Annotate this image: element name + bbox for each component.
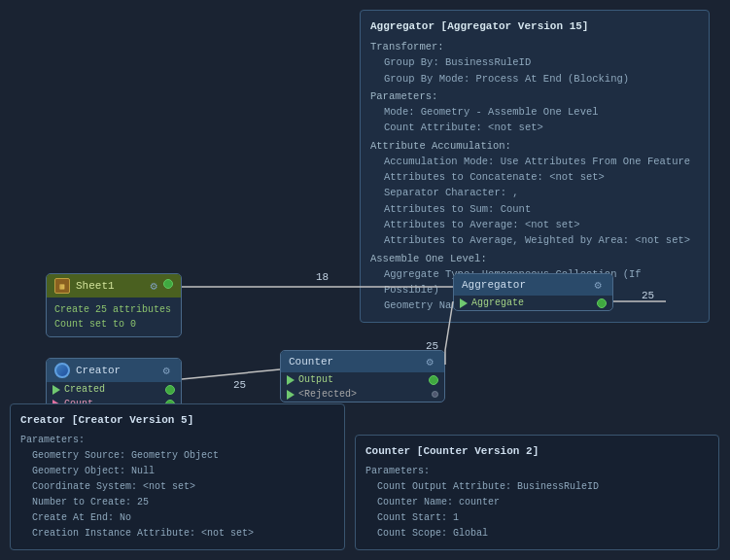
- sheet1-header[interactable]: ▦ Sheet1 ⚙: [47, 274, 181, 298]
- conn-label-25-counter: 25: [426, 340, 438, 352]
- sheet-icon: ▦: [54, 278, 70, 294]
- counter-panel-title: Counter [Counter Version 2]: [365, 443, 709, 461]
- transformer-label: Transformer:: [370, 39, 699, 54]
- sheet1-node[interactable]: ▦ Sheet1 ⚙ Create 25 attributes Count se…: [46, 273, 182, 337]
- output-port-green[interactable]: [429, 375, 438, 385]
- aggregator-header[interactable]: Aggregator ⚙: [454, 274, 612, 296]
- conn-label-25-creator: 25: [233, 379, 246, 391]
- output-label: Output: [298, 374, 333, 385]
- creator-panel-label: Parameters:: [20, 433, 334, 448]
- creator-label: Creator: [76, 365, 121, 376]
- sheet1-body: Create 25 attributes Count set to 0: [47, 298, 181, 336]
- created-label: Created: [64, 384, 105, 395]
- sheet1-port-green[interactable]: [163, 279, 173, 289]
- aggregator-label: Aggregator: [462, 279, 526, 291]
- conn-label-25-agg: 25: [642, 290, 654, 301]
- counter-node[interactable]: Counter ⚙ Output <Rejected>: [280, 350, 445, 402]
- counter-rejected-port[interactable]: <Rejected>: [281, 387, 444, 402]
- sheet1-label: Sheet1: [76, 280, 115, 292]
- counter-output-port[interactable]: Output: [281, 372, 444, 387]
- aggregate-triangle-icon: [460, 298, 468, 308]
- creator-bottom-panel: Creator [Creator Version 5] Parameters: …: [10, 403, 345, 550]
- conn-label-18: 18: [316, 271, 329, 283]
- rejected-triangle-icon: [287, 390, 295, 400]
- counter-label: Counter: [289, 356, 333, 368]
- aggregator-panel-title: Aggregator [Aggregator Version 15]: [370, 18, 699, 35]
- output-triangle-icon: [287, 375, 295, 385]
- creator-icon: [54, 363, 70, 378]
- aggregator-aggregate-port[interactable]: Aggregate: [454, 296, 612, 310]
- creator-gear-icon[interactable]: ⚙: [159, 364, 173, 377]
- aggregate-port-green[interactable]: [597, 298, 607, 308]
- sheet1-body-line1: Create 25 attributes: [54, 302, 173, 317]
- aggregate-label: Aggregate: [471, 298, 524, 308]
- sheet1-body-line2: Count set to 0: [54, 317, 173, 332]
- rejected-port-dot[interactable]: [432, 391, 438, 398]
- counter-panel-label: Parameters:: [365, 464, 709, 479]
- aggregator-node[interactable]: Aggregator ⚙ Aggregate: [453, 273, 613, 311]
- creator-created-port[interactable]: Created: [47, 382, 181, 397]
- sheet1-gear-icon[interactable]: ⚙: [147, 279, 160, 293]
- created-triangle-icon: [52, 385, 60, 395]
- aggregator-gear-icon[interactable]: ⚙: [591, 278, 605, 292]
- rejected-label: <Rejected>: [298, 389, 357, 400]
- creator-panel-title: Creator [Creator Version 5]: [20, 412, 334, 430]
- created-port-green[interactable]: [165, 385, 175, 395]
- creator-header[interactable]: Creator ⚙: [47, 359, 181, 382]
- svg-line-3: [182, 369, 280, 379]
- counter-gear-icon[interactable]: ⚙: [423, 355, 436, 368]
- counter-bottom-panel: Counter [Counter Version 2] Parameters: …: [355, 435, 719, 550]
- counter-header[interactable]: Counter ⚙: [281, 351, 444, 372]
